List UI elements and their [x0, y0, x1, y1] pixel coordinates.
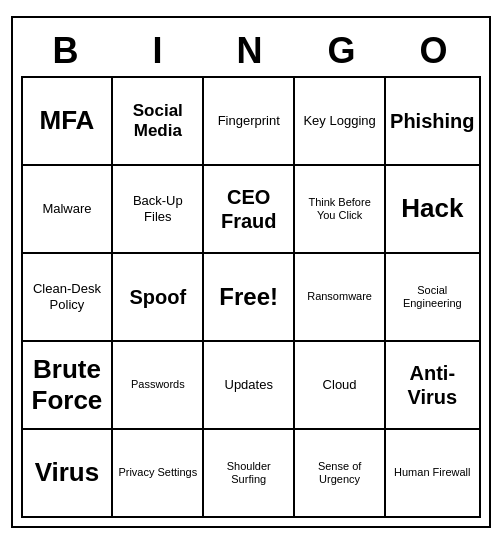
header-letter: N — [205, 26, 297, 76]
bingo-card: BINGO MFASocial MediaFingerprintKey Logg… — [11, 16, 491, 528]
header-letter: G — [297, 26, 389, 76]
header-letter: I — [113, 26, 205, 76]
bingo-cell[interactable]: MFA — [23, 78, 114, 166]
bingo-cell[interactable]: Fingerprint — [204, 78, 295, 166]
bingo-cell[interactable]: Spoof — [113, 254, 204, 342]
bingo-cell[interactable]: Key Logging — [295, 78, 386, 166]
bingo-cell[interactable]: Shoulder Surfing — [204, 430, 295, 518]
bingo-cell[interactable]: Clean-Desk Policy — [23, 254, 114, 342]
bingo-cell[interactable]: Malware — [23, 166, 114, 254]
bingo-cell[interactable]: Cloud — [295, 342, 386, 430]
bingo-cell[interactable]: Think Before You Click — [295, 166, 386, 254]
bingo-cell[interactable]: Social Media — [113, 78, 204, 166]
header-letter: B — [21, 26, 113, 76]
bingo-cell[interactable]: Virus — [23, 430, 114, 518]
bingo-grid: MFASocial MediaFingerprintKey LoggingPhi… — [21, 76, 481, 518]
bingo-cell[interactable]: Ransomware — [295, 254, 386, 342]
bingo-cell[interactable]: Updates — [204, 342, 295, 430]
bingo-cell[interactable]: Back-Up Files — [113, 166, 204, 254]
bingo-cell[interactable]: Phishing — [386, 78, 480, 166]
bingo-cell[interactable]: CEO Fraud — [204, 166, 295, 254]
bingo-cell[interactable]: Free! — [204, 254, 295, 342]
header-letter: O — [389, 26, 481, 76]
bingo-cell[interactable]: Human Firewall — [386, 430, 480, 518]
bingo-cell[interactable]: Passwords — [113, 342, 204, 430]
bingo-cell[interactable]: Brute Force — [23, 342, 114, 430]
bingo-cell[interactable]: Sense of Urgency — [295, 430, 386, 518]
bingo-cell[interactable]: Privacy Settings — [113, 430, 204, 518]
bingo-cell[interactable]: Anti-Virus — [386, 342, 480, 430]
bingo-cell[interactable]: Social Engineering — [386, 254, 480, 342]
bingo-header: BINGO — [21, 26, 481, 76]
bingo-cell[interactable]: Hack — [386, 166, 480, 254]
